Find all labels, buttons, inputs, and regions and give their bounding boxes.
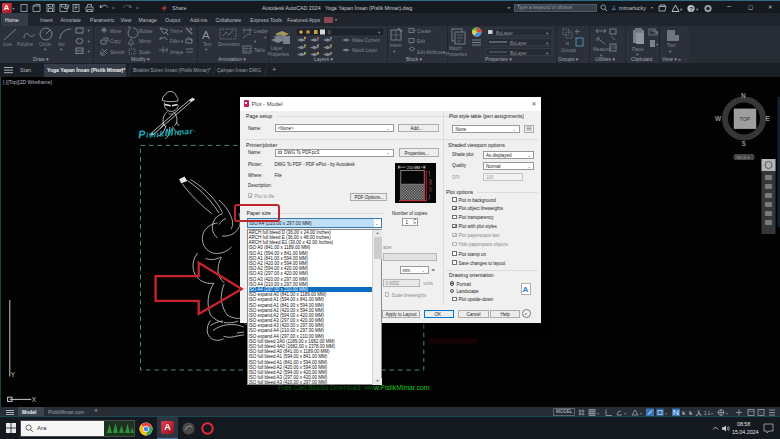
- svg-text:Match: Match: [449, 46, 462, 51]
- svg-text:▾: ▾: [680, 7, 683, 12]
- svg-text:k: k: [689, 410, 693, 416]
- svg-text:PislıkMımar˞: PislıkMımar˞: [138, 123, 197, 140]
- svg-text:▾: ▾: [624, 411, 626, 416]
- svg-text:Rotate: Rotate: [139, 29, 153, 34]
- svg-text:1:1: 1:1: [704, 410, 711, 415]
- svg-text:▾: ▾: [88, 28, 91, 33]
- svg-text:▾: ▾: [44, 47, 47, 52]
- svg-text:297 MM: 297 MM: [428, 179, 432, 192]
- svg-text:Scale: Scale: [139, 50, 151, 55]
- svg-text:Polyline: Polyline: [17, 42, 34, 47]
- svg-text:E: E: [766, 115, 771, 122]
- svg-text:▾: ▾: [181, 50, 184, 55]
- svg-text:▾: ▾: [181, 39, 184, 44]
- svg-text:▾: ▾: [393, 49, 396, 54]
- svg-text:▾: ▾: [205, 47, 208, 52]
- svg-text:Layer: Layer: [271, 46, 283, 51]
- svg-text:Trim: Trim: [170, 29, 179, 34]
- svg-text:X: X: [32, 396, 37, 403]
- svg-text:Groups: Groups: [561, 48, 577, 53]
- svg-text:?: ?: [689, 5, 693, 11]
- svg-text:Line: Line: [3, 42, 12, 47]
- svg-text:Mirror: Mirror: [139, 39, 151, 44]
- svg-text:0: 0: [328, 30, 331, 35]
- svg-text:▾: ▾: [264, 35, 267, 40]
- svg-text:▾: ▾: [656, 42, 659, 47]
- svg-text:W: W: [715, 115, 722, 122]
- svg-text:▾: ▾: [656, 30, 659, 35]
- svg-text:Fillet: Fillet: [170, 39, 180, 44]
- svg-text:Copy: Copy: [110, 39, 121, 44]
- svg-text:TOP: TOP: [740, 116, 751, 122]
- svg-text:▾: ▾: [180, 29, 183, 34]
- svg-text:S: S: [742, 140, 747, 147]
- svg-text:Leader: Leader: [254, 29, 269, 34]
- svg-text:WCS ▾: WCS ▾: [737, 155, 751, 160]
- svg-text:ByLayer: ByLayer: [510, 41, 527, 46]
- svg-text:Insert: Insert: [390, 43, 402, 48]
- svg-text:▾: ▾: [597, 411, 599, 416]
- svg-text:Make Current: Make Current: [352, 38, 381, 43]
- svg-text:Dimension: Dimension: [218, 42, 240, 47]
- svg-text:Table: Table: [254, 48, 265, 53]
- svg-text:▾: ▾: [669, 49, 672, 54]
- svg-text:Y: Y: [11, 371, 16, 378]
- svg-text:Edit: Edit: [417, 39, 426, 44]
- svg-text:k: k: [682, 410, 686, 416]
- svg-text:A: A: [202, 29, 210, 41]
- svg-text:▾: ▾: [60, 47, 63, 52]
- svg-text:Stretch: Stretch: [110, 50, 125, 55]
- svg-text:Tool: Tool: [667, 43, 675, 48]
- svg-text:▾: ▾: [665, 411, 667, 416]
- svg-text:N: N: [741, 92, 746, 99]
- svg-text:[-][Top][2D Wireframe]: [-][Top][2D Wireframe]: [3, 79, 53, 85]
- svg-text:▾: ▾: [254, 39, 257, 44]
- svg-text:Array: Array: [170, 50, 182, 55]
- svg-text:Match Layer: Match Layer: [352, 48, 378, 53]
- svg-text:Move: Move: [110, 29, 122, 34]
- svg-text:Create: Create: [417, 29, 431, 34]
- svg-text:▾: ▾: [711, 410, 713, 415]
- svg-text:ByLayer: ByLayer: [496, 31, 513, 36]
- svg-text:Edit Attributes: Edit Attributes: [417, 50, 446, 55]
- svg-text:▾: ▾: [88, 49, 91, 54]
- svg-text:▾: ▾: [88, 39, 91, 44]
- svg-text:▾: ▾: [696, 7, 699, 12]
- svg-text:▾: ▾: [640, 411, 642, 416]
- svg-text:210 MM: 210 MM: [407, 165, 420, 169]
- svg-text:Measure: Measure: [593, 47, 611, 52]
- svg-text:▾: ▾: [726, 410, 728, 415]
